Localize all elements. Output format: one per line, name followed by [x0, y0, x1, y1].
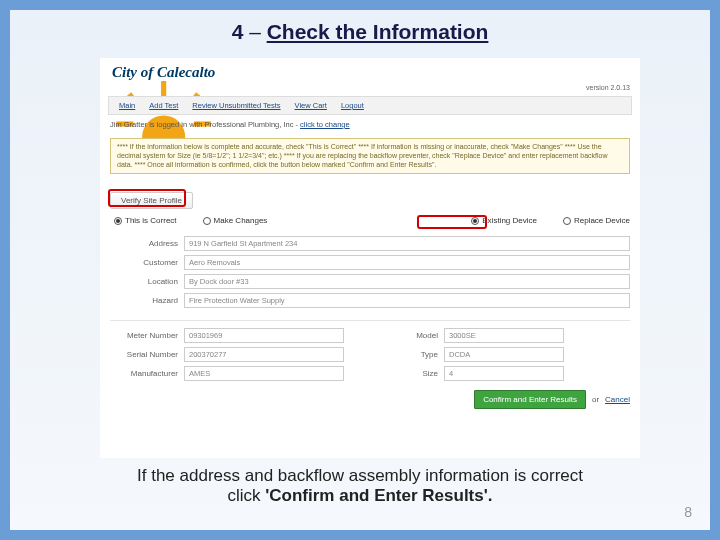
title-text: Check the Information: [267, 20, 489, 43]
slide-title: 4 – Check the Information: [10, 10, 710, 44]
label-address: Address: [110, 239, 184, 248]
label-meter: Meter Number: [110, 331, 184, 340]
radio-icon: [203, 217, 211, 225]
label-serial: Serial Number: [110, 350, 184, 359]
version-label: version 2.0.13: [586, 84, 630, 91]
label-hazard: Hazard: [110, 296, 184, 305]
slide-caption: If the address and backflow assembly inf…: [10, 466, 710, 506]
nav-bar: Main Add Test Review Unsubmitted Tests V…: [108, 96, 632, 115]
highlight-existing: [417, 215, 487, 229]
page-number: 8: [684, 504, 692, 520]
field-hazard[interactable]: Fire Protection Water Supply: [184, 293, 630, 308]
label-manufacturer: Manufacturer: [110, 369, 184, 378]
label-customer: Customer: [110, 258, 184, 267]
field-customer[interactable]: Aero Removals: [184, 255, 630, 270]
screenshot-panel: City of Calecalto founded 1825 version 2…: [100, 58, 640, 458]
confirm-or: or: [592, 395, 599, 404]
radio-this-correct[interactable]: This is Correct: [114, 216, 177, 225]
confirm-button[interactable]: Confirm and Enter Results: [474, 390, 586, 409]
nav-add-test[interactable]: Add Test: [149, 101, 178, 110]
radio-icon: [563, 217, 571, 225]
slide: 4 – Check the Information City of Caleca…: [10, 10, 710, 530]
field-meter[interactable]: 09301969: [184, 328, 344, 343]
field-type[interactable]: DCDA: [444, 347, 564, 362]
radio-make-changes[interactable]: Make Changes: [203, 216, 268, 225]
logged-change-link[interactable]: click to change: [300, 120, 350, 129]
nav-logout[interactable]: Logout: [341, 101, 364, 110]
label-location: Location: [110, 277, 184, 286]
radio-icon: [114, 217, 122, 225]
radio-replace-device[interactable]: Replace Device: [563, 216, 630, 225]
field-model[interactable]: 3000SE: [444, 328, 564, 343]
field-manufacturer[interactable]: AMES: [184, 366, 344, 381]
form-lower: Meter Number 09301969 Model 3000SE Seria…: [110, 328, 630, 385]
label-model: Model: [344, 331, 444, 340]
field-address[interactable]: 919 N Garfield St Apartment 234: [184, 236, 630, 251]
title-dash: –: [249, 20, 267, 43]
cancel-link[interactable]: Cancel: [605, 395, 630, 404]
title-number: 4: [232, 20, 244, 43]
logged-in-text: Jim Gratter is logged in with Profession…: [110, 120, 350, 129]
nav-main[interactable]: Main: [119, 101, 135, 110]
field-size[interactable]: 4: [444, 366, 564, 381]
divider: [110, 320, 630, 321]
radio-row: This is Correct Make Changes Existing De…: [114, 216, 630, 225]
label-type: Type: [344, 350, 444, 359]
confirm-row: Confirm and Enter Results or Cancel: [110, 390, 630, 409]
highlight-section: [108, 189, 186, 207]
field-location[interactable]: By Dock door #33: [184, 274, 630, 289]
instructions-box: **** If the information below is complet…: [110, 138, 630, 174]
label-size: Size: [344, 369, 444, 378]
nav-review[interactable]: Review Unsubmitted Tests: [192, 101, 280, 110]
logged-prefix: Jim Gratter is logged in with Profession…: [110, 120, 300, 129]
form-upper: Address919 N Garfield St Apartment 234 C…: [110, 236, 630, 312]
field-serial[interactable]: 200370277: [184, 347, 344, 362]
nav-view-cart[interactable]: View Cart: [295, 101, 327, 110]
brand-text: City of Calecalto: [112, 64, 215, 80]
